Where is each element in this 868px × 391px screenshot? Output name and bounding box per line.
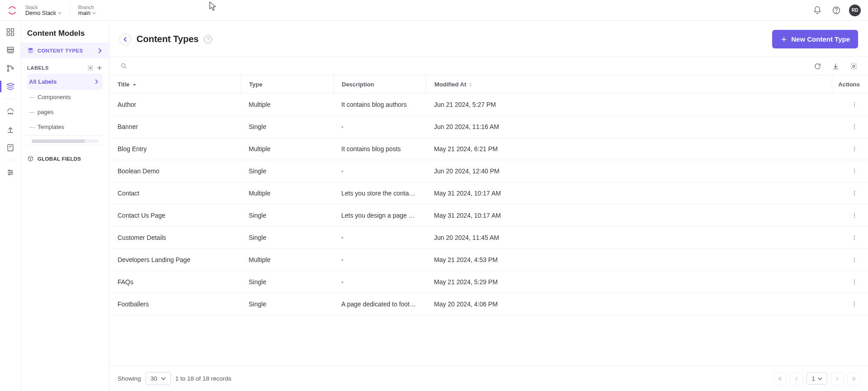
content-types-label: CONTENT TYPES — [38, 48, 83, 53]
svg-point-56 — [854, 283, 855, 284]
download-icon — [832, 62, 840, 70]
cell-type: Single — [241, 234, 333, 241]
table-row[interactable]: Author Multiple It contains blog authors… — [109, 94, 868, 116]
refresh-icon — [814, 62, 821, 70]
section-content-types[interactable]: CONTENT TYPES — [21, 43, 109, 58]
nav-settings[interactable] — [3, 165, 18, 180]
cell-type: Multiple — [241, 101, 333, 108]
table-settings-button[interactable] — [847, 60, 860, 72]
cell-description: - — [333, 123, 426, 130]
nav-entries[interactable] — [3, 43, 18, 58]
svg-point-51 — [854, 257, 855, 258]
all-labels-text: All Labels — [29, 78, 57, 85]
table-row[interactable]: Contact Us Page Single Lets you design a… — [109, 205, 868, 227]
table-row[interactable]: Boolean Demo Single - Jun 20 2024, 12:40… — [109, 160, 868, 182]
dash-icon: — — [29, 109, 35, 115]
col-header-title[interactable]: Title — [109, 81, 241, 88]
svg-point-30 — [854, 102, 855, 103]
label-item[interactable]: —Components — [27, 90, 103, 105]
table-row[interactable]: FAQs Single - May 21 2024, 5:29 PM — [109, 271, 868, 293]
nav-tasks[interactable] — [3, 140, 18, 155]
cell-type: Single — [241, 278, 333, 286]
page-prev-button[interactable] — [790, 372, 803, 385]
nav-content-models[interactable] — [3, 79, 18, 94]
new-content-type-button[interactable]: New Content Type — [772, 30, 858, 48]
table-row[interactable]: Banner Single - Jun 20 2024, 11:16 AM — [109, 116, 868, 138]
nav-publish[interactable] — [3, 104, 18, 119]
svg-point-13 — [9, 113, 10, 114]
row-actions-button[interactable] — [849, 210, 860, 221]
cell-type: Multiple — [241, 190, 333, 197]
label-text: pages — [38, 109, 53, 115]
nav-branches[interactable] — [3, 61, 18, 76]
svg-rect-15 — [8, 144, 13, 151]
user-avatar[interactable]: RD — [849, 5, 861, 16]
row-actions-button[interactable] — [849, 166, 860, 176]
app-logo — [7, 5, 17, 15]
svg-point-9 — [7, 65, 9, 67]
table-row[interactable]: Developers Landing Page Multiple - May 2… — [109, 249, 868, 271]
col-header-description[interactable]: Description — [333, 76, 426, 93]
svg-point-35 — [854, 128, 855, 129]
svg-rect-2 — [7, 29, 9, 32]
row-actions-button[interactable] — [849, 188, 860, 199]
nav-dashboard[interactable] — [3, 24, 18, 40]
help-button[interactable] — [830, 4, 843, 17]
export-button[interactable] — [829, 60, 842, 72]
cell-description: - — [333, 234, 426, 241]
row-actions-button[interactable] — [849, 277, 860, 287]
svg-point-31 — [854, 104, 855, 105]
chevron-left-icon — [123, 37, 128, 42]
left-panel: Content Models CONTENT TYPES LABELS All … — [21, 21, 109, 391]
panel-title: Content Models — [21, 21, 109, 43]
label-all-labels[interactable]: All Labels — [27, 74, 103, 90]
refresh-button[interactable] — [811, 60, 824, 72]
label-text: Components — [38, 94, 71, 100]
svg-point-29 — [853, 65, 854, 67]
labels-header: LABELS — [27, 65, 49, 71]
col-header-modified[interactable]: Modified At — [426, 76, 670, 93]
row-actions-button[interactable] — [849, 121, 860, 132]
notifications-button[interactable] — [811, 4, 824, 17]
svg-point-22 — [90, 67, 91, 69]
gear-icon[interactable] — [87, 65, 94, 71]
row-actions-button[interactable] — [849, 299, 860, 310]
cell-modified: May 31 2024, 10:17 AM — [426, 190, 670, 197]
page-next-button[interactable] — [831, 372, 844, 385]
cell-type: Single — [241, 123, 333, 130]
row-actions-button[interactable] — [849, 99, 860, 110]
main-content: Content Types ? New Content Type Title — [109, 21, 868, 391]
row-actions-button[interactable] — [849, 232, 860, 243]
cell-description: Lets you store the conta… — [333, 190, 426, 197]
page-first-button[interactable] — [774, 372, 787, 385]
label-item[interactable]: —Templates — [27, 119, 103, 134]
row-actions-button[interactable] — [849, 254, 860, 265]
page-last-button[interactable] — [847, 372, 860, 385]
row-actions-button[interactable] — [849, 143, 860, 154]
table-row[interactable]: Customer Details Single - Jun 20 2024, 1… — [109, 227, 868, 249]
sort-both-icon — [469, 82, 472, 87]
kebab-icon — [851, 257, 858, 263]
branch-selector[interactable]: main — [78, 10, 96, 16]
svg-point-57 — [854, 302, 855, 303]
cell-modified: Jun 20 2024, 11:45 AM — [426, 234, 670, 241]
title-help-icon[interactable]: ? — [204, 35, 212, 43]
table-row[interactable]: Footballers Single A page dedicated to f… — [109, 293, 868, 315]
page-current-selector[interactable]: 1 — [807, 372, 827, 385]
plus-icon[interactable] — [96, 65, 103, 71]
section-global-fields[interactable]: GLOBAL FIELDS — [21, 151, 109, 167]
svg-point-50 — [854, 239, 855, 240]
labels-scrollbar[interactable] — [27, 135, 103, 145]
page-size-selector[interactable]: 30 — [146, 372, 171, 385]
nav-releases[interactable] — [3, 122, 18, 137]
back-button[interactable] — [119, 33, 131, 45]
search-button[interactable] — [118, 60, 130, 72]
table-row[interactable]: Contact Multiple Lets you store the cont… — [109, 182, 868, 205]
cell-modified: May 20 2024, 4:06 PM — [426, 300, 670, 308]
branch-label: Branch — [78, 5, 96, 10]
stack-selector[interactable]: Demo Stack — [25, 10, 61, 16]
cell-title: Footballers — [109, 300, 241, 308]
label-item[interactable]: —pages — [27, 105, 103, 119]
col-header-type[interactable]: Type — [241, 76, 333, 93]
table-row[interactable]: Blog Entry Multiple It contains blog pos… — [109, 138, 868, 160]
